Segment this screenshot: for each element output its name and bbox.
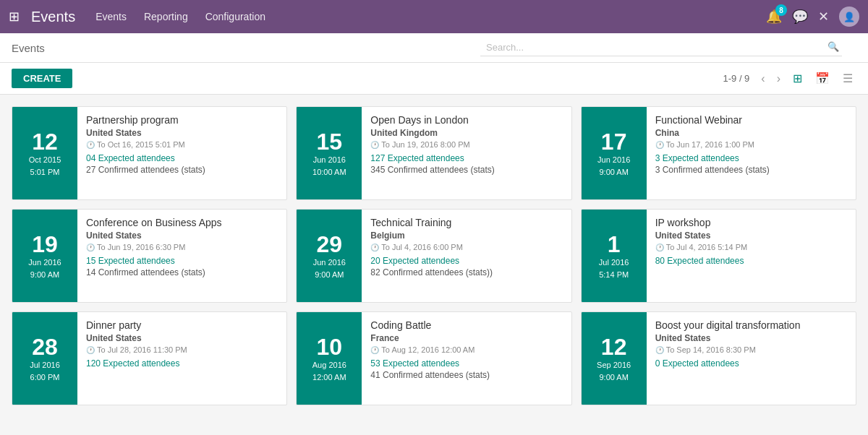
event-to: 🕐 To Jul 4, 2016 6:00 PM (370, 243, 562, 251)
event-confirmed-attendees: 41 Confirmed attendees (stats) (370, 370, 562, 380)
event-confirmed-attendees: 3 Confirmed attendees (stats) (655, 165, 847, 175)
notifications-icon[interactable]: 🔔 8 (766, 9, 782, 25)
event-info: Conference on Business AppsUnited States… (77, 210, 286, 302)
stats-link[interactable]: (stats) (181, 267, 205, 277)
event-date-block: 10Aug 201612:00 AM (297, 312, 362, 405)
events-grid: 12Oct 20155:01 PMPartnership programUnit… (0, 95, 868, 417)
event-country: Belgium (370, 231, 562, 241)
event-expected-attendees[interactable]: 120 Expected attendees (86, 358, 278, 369)
event-card[interactable]: 19Jun 20169:00 AMConference on Business … (12, 209, 287, 303)
event-day: 19 (32, 233, 58, 256)
event-time: 9:00 AM (30, 270, 59, 279)
event-date-block: 28Jul 20166:00 PM (12, 312, 77, 405)
event-info: Functional WebinarChina🕐 To Jun 17, 2016… (647, 107, 856, 199)
event-name[interactable]: Coding Battle (370, 319, 562, 331)
close-icon[interactable]: ✕ (818, 9, 829, 25)
event-time: 10:00 AM (312, 168, 346, 176)
event-day: 10 (317, 335, 343, 358)
search-input[interactable] (480, 39, 842, 56)
event-to: 🕐 To Aug 12, 2016 12:00 AM (370, 345, 562, 354)
event-expected-attendees[interactable]: 15 Expected attendees (86, 256, 278, 266)
stats-link[interactable]: (stats) (745, 165, 769, 175)
create-button[interactable]: CREATE (12, 69, 72, 88)
app-title: Events (31, 9, 75, 25)
event-month-year: Aug 2016 (312, 360, 346, 371)
event-month-year: Jun 2016 (597, 155, 630, 165)
event-month-year: Jul 2016 (30, 360, 60, 371)
event-info: Boost your digital transformationUnited … (647, 312, 856, 405)
event-name[interactable]: Boost your digital transformation (655, 319, 847, 331)
event-to: 🕐 To Sep 14, 2016 8:30 PM (655, 345, 847, 354)
event-day: 29 (317, 233, 343, 256)
event-card[interactable]: 12Oct 20155:01 PMPartnership programUnit… (12, 106, 287, 200)
avatar[interactable]: 👤 (839, 7, 859, 27)
nav-reporting[interactable]: Reporting (144, 11, 188, 22)
event-time: 9:00 AM (315, 270, 344, 279)
event-card[interactable]: 10Aug 201612:00 AMCoding BattleFrance🕐 T… (296, 311, 571, 405)
stats-link[interactable]: (stats) (466, 370, 490, 380)
event-expected-attendees[interactable]: 80 Expected attendees (655, 256, 847, 266)
event-month-year: Jul 2016 (599, 257, 629, 268)
event-name[interactable]: Technical Training (370, 217, 562, 228)
nav-events[interactable]: Events (95, 11, 127, 22)
next-page-button[interactable]: › (774, 71, 783, 87)
event-name[interactable]: Conference on Business Apps (86, 217, 278, 228)
event-card[interactable]: 29Jun 20169:00 AMTechnical TrainingBelgi… (296, 209, 571, 303)
event-time: 5:01 PM (30, 168, 60, 176)
chat-icon[interactable]: 💬 (792, 9, 808, 25)
event-country: United States (655, 231, 847, 241)
event-to: 🕐 To Oct 16, 2015 5:01 PM (86, 140, 278, 149)
event-card[interactable]: 17Jun 20169:00 AMFunctional WebinarChina… (581, 106, 856, 200)
event-date-block: 12Oct 20155:01 PM (12, 107, 77, 199)
event-country: France (370, 333, 562, 343)
event-month-year: Jun 2016 (28, 257, 61, 268)
event-expected-attendees[interactable]: 3 Expected attendees (655, 153, 847, 163)
notification-badge: 8 (775, 4, 787, 16)
event-card[interactable]: 12Sep 20169:00 AMBoost your digital tran… (581, 311, 856, 405)
event-country: China (655, 128, 847, 138)
stats-link[interactable]: (stats) (470, 165, 494, 175)
event-name[interactable]: Dinner party (86, 319, 278, 331)
event-confirmed-attendees: 27 Confirmed attendees (stats) (86, 165, 278, 175)
event-time: 9:00 AM (599, 168, 628, 176)
nav-configuration[interactable]: Configuration (205, 11, 265, 22)
event-expected-attendees[interactable]: 04 Expected attendees (86, 153, 278, 163)
prev-page-button[interactable]: ‹ (758, 71, 767, 87)
search-bar: 🔍 (480, 39, 842, 56)
calendar-view-button[interactable]: 📅 (812, 69, 833, 88)
topbar-right: 🔔 8 💬 ✕ 👤 (766, 7, 859, 27)
event-time: 12:00 AM (312, 373, 346, 382)
event-info: Open Days in LondonUnited Kingdom🕐 To Ju… (362, 107, 571, 199)
kanban-view-button[interactable]: ⊞ (789, 69, 806, 88)
event-day: 12 (32, 130, 58, 153)
event-name[interactable]: Partnership program (86, 114, 278, 126)
event-confirmed-attendees: 345 Confirmed attendees (stats) (370, 165, 562, 175)
toolbar-right: 1-9 / 9 ‹ › ⊞ 📅 ☰ (723, 69, 856, 88)
event-card[interactable]: 1Jul 20165:14 PMIP workshopUnited States… (581, 209, 856, 303)
event-confirmed-attendees: 14 Confirmed attendees (stats) (86, 267, 278, 277)
event-country: United States (655, 333, 847, 343)
grid-icon[interactable]: ⊞ (9, 9, 20, 25)
event-name[interactable]: Open Days in London (370, 114, 562, 126)
event-confirmed-attendees: 82 Confirmed attendees (stats)) (370, 267, 562, 277)
event-day: 17 (601, 130, 627, 153)
event-info: Technical TrainingBelgium🕐 To Jul 4, 201… (362, 210, 571, 302)
event-card[interactable]: 15Jun 201610:00 AMOpen Days in LondonUni… (296, 106, 571, 200)
search-icon[interactable]: 🔍 (827, 41, 839, 52)
event-expected-attendees[interactable]: 0 Expected attendees (655, 358, 847, 369)
event-name[interactable]: IP workshop (655, 217, 847, 228)
event-day: 1 (608, 233, 621, 256)
stats-link[interactable]: (stats)) (466, 267, 493, 277)
event-expected-attendees[interactable]: 20 Expected attendees (370, 256, 562, 266)
stats-link[interactable]: (stats) (181, 165, 205, 175)
list-view-button[interactable]: ☰ (839, 69, 856, 88)
event-expected-attendees[interactable]: 53 Expected attendees (370, 358, 562, 369)
event-to: 🕐 To Jun 19, 2016 6:30 PM (86, 243, 278, 251)
event-expected-attendees[interactable]: 127 Expected attendees (370, 153, 562, 163)
toolbar: CREATE 1-9 / 9 ‹ › ⊞ 📅 ☰ (0, 63, 868, 95)
event-card[interactable]: 28Jul 20166:00 PMDinner partyUnited Stat… (12, 311, 287, 405)
event-name[interactable]: Functional Webinar (655, 114, 847, 126)
subheader: Events 🔍 (0, 33, 868, 63)
event-info: Coding BattleFrance🕐 To Aug 12, 2016 12:… (362, 312, 571, 405)
event-date-block: 1Jul 20165:14 PM (582, 210, 647, 302)
